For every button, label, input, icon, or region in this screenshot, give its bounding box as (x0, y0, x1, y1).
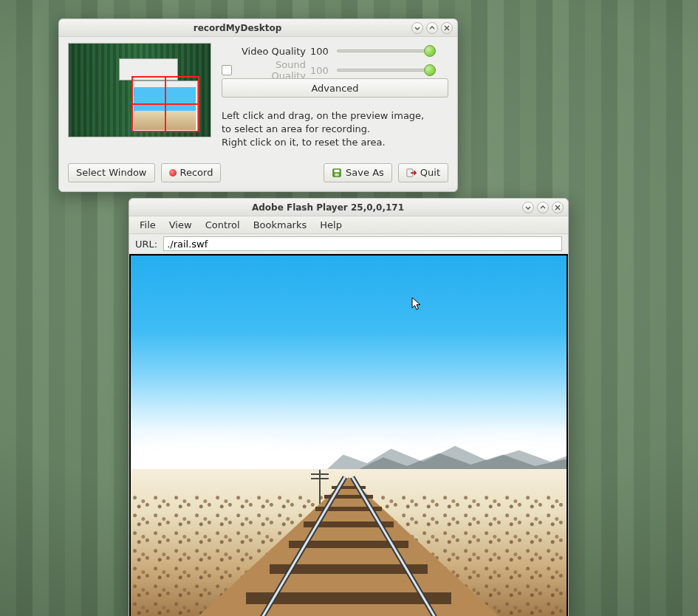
url-input[interactable] (163, 236, 562, 251)
menu-control[interactable]: Control (199, 218, 246, 232)
maximize-button[interactable] (537, 202, 549, 213)
flash-player-window: Adobe Flash Player 25,0,0,171 File View … (129, 198, 569, 616)
sound-enable-checkbox[interactable] (222, 65, 232, 75)
instructions-text: Left click and drag, on the preview imag… (222, 109, 448, 150)
quit-icon (406, 168, 417, 178)
svg-rect-2 (335, 173, 338, 176)
menu-bookmarks[interactable]: Bookmarks (247, 218, 313, 232)
svg-rect-1 (335, 169, 340, 172)
minimize-button[interactable] (522, 202, 534, 213)
quit-button[interactable]: Quit (398, 163, 448, 182)
video-quality-value: 100 (310, 46, 332, 57)
window-title: Adobe Flash Player 25,0,0,171 (134, 202, 522, 213)
rail-scene-graphic (131, 256, 567, 616)
select-window-button[interactable]: Select Window (68, 163, 155, 182)
menu-file[interactable]: File (134, 218, 162, 232)
record-button[interactable]: Record (161, 163, 222, 182)
sound-quality-slider[interactable] (337, 69, 431, 72)
record-icon (169, 169, 177, 177)
titlebar[interactable]: Adobe Flash Player 25,0,0,171 (129, 199, 568, 216)
minimize-button[interactable] (411, 22, 423, 34)
maximize-button[interactable] (426, 22, 438, 34)
advanced-button[interactable]: Advanced (222, 78, 448, 97)
recordmydesktop-window: recordMyDesktop Video Q (58, 18, 458, 192)
window-title: recordMyDesktop (64, 23, 411, 33)
menu-view[interactable]: View (163, 218, 198, 232)
url-label: URL: (135, 239, 157, 250)
flash-stage[interactable] (131, 256, 567, 616)
recording-preview[interactable] (68, 43, 211, 137)
save-as-button[interactable]: Save As (324, 163, 392, 182)
menubar: File View Control Bookmarks Help (129, 216, 568, 234)
close-button[interactable] (441, 22, 453, 34)
menu-help[interactable]: Help (314, 218, 348, 232)
sound-quality-value: 100 (310, 65, 332, 76)
titlebar[interactable]: recordMyDesktop (59, 19, 457, 37)
close-button[interactable] (552, 202, 564, 213)
save-icon (332, 168, 342, 178)
video-quality-slider[interactable] (337, 49, 431, 52)
video-quality-label: Video Quality (239, 46, 306, 57)
